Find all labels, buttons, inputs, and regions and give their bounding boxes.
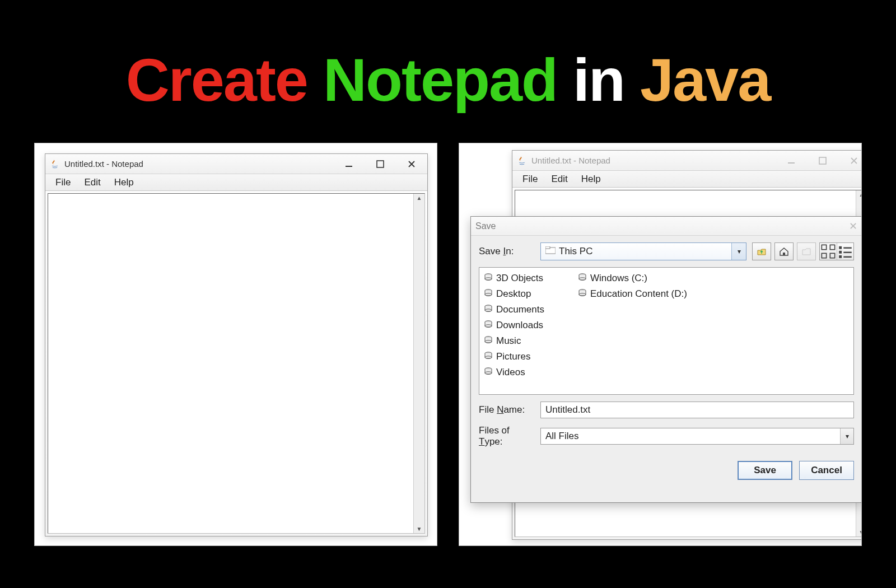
view-icons-icon <box>820 243 837 260</box>
svg-rect-10 <box>830 253 834 258</box>
menu-edit[interactable]: Edit <box>547 172 572 186</box>
heading-word-3: in <box>573 46 624 114</box>
svg-rect-12 <box>843 247 852 248</box>
svg-rect-14 <box>843 251 852 253</box>
chevron-down-icon[interactable] <box>840 428 853 444</box>
menu-help[interactable]: Help <box>110 176 138 189</box>
list-item[interactable]: Documents <box>484 302 544 317</box>
close-button[interactable] <box>838 151 862 170</box>
home-button[interactable] <box>774 242 794 260</box>
svg-rect-11 <box>839 246 842 249</box>
maximize-button[interactable] <box>365 154 396 174</box>
up-folder-button[interactable] <box>752 242 771 260</box>
list-item[interactable]: Videos <box>484 365 544 380</box>
minimize-button[interactable] <box>333 154 365 174</box>
svg-rect-8 <box>830 245 834 249</box>
dialog-titlebar[interactable]: Save ✕ <box>471 217 862 236</box>
cancel-button[interactable]: Cancel <box>799 461 854 480</box>
disk-icon <box>484 273 493 284</box>
list-item[interactable]: Music <box>484 334 544 348</box>
heading-word-2: Notepad <box>323 46 557 114</box>
minimize-button[interactable] <box>776 151 807 170</box>
svg-rect-2 <box>788 162 795 164</box>
svg-rect-15 <box>839 255 842 258</box>
save-button[interactable]: Save <box>738 461 792 480</box>
left-panel: Untitled.txt - Notepad File Edit Help ▲ … <box>34 143 437 546</box>
scroll-up-icon: ▲ <box>859 192 862 198</box>
svg-rect-7 <box>822 245 826 249</box>
list-item[interactable]: Education Content (D:) <box>578 287 687 301</box>
scroll-down-icon: ▼ <box>859 529 862 535</box>
disk-icon <box>484 351 493 363</box>
window-title: Untitled.txt - Notepad <box>64 159 143 169</box>
file-type-label: Files of Type: <box>479 425 535 447</box>
disk-icon <box>484 335 493 347</box>
menubar: File Edit Help <box>512 171 862 188</box>
java-icon <box>517 156 527 166</box>
disk-icon <box>578 273 587 284</box>
list-item[interactable]: Windows (C:) <box>578 271 687 286</box>
close-button[interactable] <box>396 154 427 174</box>
svg-rect-16 <box>843 256 852 257</box>
new-folder-button[interactable] <box>797 242 816 260</box>
heading-word-4: Java <box>640 46 770 114</box>
chevron-down-icon[interactable] <box>731 243 746 260</box>
menubar: File Edit Help <box>45 174 427 191</box>
heading-word-1: Create <box>126 46 307 114</box>
svg-rect-3 <box>819 157 826 164</box>
save-in-combo[interactable]: This PC <box>540 242 746 260</box>
dialog-close-button[interactable]: ✕ <box>849 220 857 232</box>
vertical-scrollbar[interactable]: ▲ ▼ <box>413 194 424 533</box>
svg-rect-9 <box>822 253 826 258</box>
svg-rect-1 <box>377 161 384 167</box>
svg-rect-6 <box>783 253 785 255</box>
file-list[interactable]: 3D Objects Desktop Documents Downloads M… <box>479 267 854 395</box>
list-item[interactable]: Desktop <box>484 287 544 301</box>
pc-icon <box>545 246 556 257</box>
list-item[interactable]: Pictures <box>484 349 544 364</box>
page-heading: Create Notepad in Java <box>0 0 896 143</box>
disk-icon <box>578 288 587 300</box>
menu-help[interactable]: Help <box>577 172 605 186</box>
titlebar[interactable]: Untitled.txt - Notepad <box>45 154 427 174</box>
text-area[interactable]: ▲ ▼ <box>48 193 425 534</box>
scroll-down-icon: ▼ <box>417 526 422 532</box>
titlebar[interactable]: Untitled.txt - Notepad <box>512 151 862 171</box>
disk-icon <box>484 304 493 316</box>
svg-rect-0 <box>346 166 352 167</box>
java-icon <box>50 159 60 169</box>
view-list-icon <box>837 243 853 260</box>
notepad-window: Untitled.txt - Notepad File Edit Help ▲ … <box>45 153 428 536</box>
menu-edit[interactable]: Edit <box>80 176 105 189</box>
file-type-combo[interactable]: All Files <box>540 428 854 445</box>
svg-rect-13 <box>839 250 842 253</box>
dialog-title: Save <box>475 221 496 231</box>
file-type-value: All Files <box>545 431 579 442</box>
file-name-label: File Name: <box>479 404 535 416</box>
right-panel: Untitled.txt - Notepad File Edit Help ▲ … <box>459 143 862 546</box>
window-title: Untitled.txt - Notepad <box>531 156 610 165</box>
list-item[interactable]: 3D Objects <box>484 271 544 286</box>
disk-icon <box>484 320 493 332</box>
svg-rect-5 <box>545 246 550 249</box>
view-mode-toggle[interactable] <box>819 242 854 260</box>
list-item[interactable]: Downloads <box>484 318 544 333</box>
save-dialog: Save ✕ Save In: This PC <box>470 216 862 503</box>
scroll-up-icon: ▲ <box>417 195 422 201</box>
menu-file[interactable]: File <box>518 172 542 186</box>
disk-icon <box>484 367 493 379</box>
disk-icon <box>484 288 493 300</box>
maximize-button[interactable] <box>807 151 838 170</box>
save-in-value: This PC <box>559 246 592 257</box>
menu-file[interactable]: File <box>51 176 75 189</box>
save-in-label: Save In: <box>479 246 535 257</box>
file-name-input[interactable] <box>540 402 854 418</box>
